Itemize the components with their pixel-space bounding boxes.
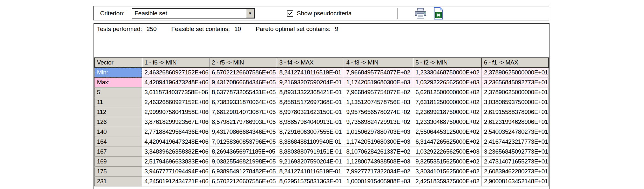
value-cell[interactable]: 8,72916063007555E-01: [277, 127, 344, 137]
value-cell[interactable]: 8,24127418116519E-01: [277, 68, 344, 78]
value-cell[interactable]: 1,17420519680300E+03: [344, 137, 413, 147]
value-cell[interactable]: 1,00001915405988E+03: [344, 177, 413, 186]
value-cell[interactable]: 9,03825546821998E+05: [209, 157, 277, 167]
value-cell[interactable]: 9,43170866684346E+05: [209, 78, 277, 87]
value-cell[interactable]: 8,88038807919151E-01: [277, 147, 344, 157]
value-cell[interactable]: 7,96684957754077E+02: [344, 87, 413, 97]
table-row: 1753,94677771094494E+066,93895491278482E…: [95, 167, 549, 177]
results-panel: Tests performed:250 Feasible set contain…: [93, 23, 550, 189]
value-cell[interactable]: 2,60839462280273E+01: [482, 167, 549, 177]
value-cell[interactable]: 4,24501912434721E+06: [142, 177, 209, 186]
value-cell[interactable]: 2,61915588378906E+01: [482, 107, 549, 117]
value-cell[interactable]: 1,03292226562500E+03: [413, 78, 482, 87]
value-cell[interactable]: 3,03808593750000E+01: [482, 97, 549, 107]
value-cell[interactable]: 2,23699218750000E+02: [413, 107, 482, 117]
value-cell[interactable]: 2,54003524780273E+01: [482, 127, 549, 137]
value-cell[interactable]: 2,61231994628906E+01: [482, 117, 549, 127]
value-cell[interactable]: 8,98857984040913E-01: [277, 117, 344, 127]
row-label-cell[interactable]: 126: [95, 117, 142, 127]
value-cell[interactable]: 3,94677771094494E+06: [142, 167, 209, 177]
value-cell[interactable]: 8,24127418116519E-01: [277, 167, 344, 177]
row-label-cell[interactable]: 11: [95, 97, 142, 107]
value-cell[interactable]: 2,90008163452148E+01: [482, 177, 549, 186]
value-cell[interactable]: 1,13512074578756E+03: [344, 97, 413, 107]
row-label-cell[interactable]: 231: [95, 177, 142, 186]
value-cell[interactable]: 1,23330468750000E+02: [413, 68, 482, 78]
value-cell[interactable]: 7,01258360853796E+05: [209, 137, 277, 147]
value-cell[interactable]: 8,63778732055431E+05: [209, 87, 277, 97]
value-cell[interactable]: 8,57982179766903E+05: [209, 117, 277, 127]
row-label-cell[interactable]: 167: [95, 147, 142, 157]
value-cell[interactable]: 2,41674423217773E+01: [482, 137, 549, 147]
pareto-set-value: 9: [335, 26, 339, 32]
row-label-cell[interactable]: Max:: [95, 78, 142, 87]
value-cell[interactable]: 6,73839331870064E+05: [209, 97, 277, 107]
value-cell[interactable]: 3,34839626358382E+06: [142, 147, 209, 157]
value-cell[interactable]: 7,63181250000000E+02: [413, 97, 482, 107]
print-button[interactable]: [413, 7, 428, 20]
export-excel-button[interactable]: [431, 7, 446, 20]
value-cell[interactable]: 7,96684957754077E+02: [344, 68, 413, 78]
row-label-cell[interactable]: 175: [95, 167, 142, 177]
value-cell[interactable]: 1,12800743938508E+03: [344, 157, 413, 167]
value-cell[interactable]: 1,23330468750000E+02: [413, 117, 482, 127]
value-cell[interactable]: 3,23656845092773E+01: [482, 147, 549, 157]
criterion-column-header[interactable]: 5 - f2 -> MIN: [413, 58, 482, 68]
value-cell[interactable]: 2,46326860927152E+06: [142, 68, 209, 78]
value-cell[interactable]: 3,61187340377358E+06: [142, 87, 209, 97]
value-cell[interactable]: 3,30341015625000E+02: [413, 167, 482, 177]
value-cell[interactable]: 7,68129014073087E+05: [209, 107, 277, 117]
row-label-cell[interactable]: 169: [95, 157, 142, 167]
value-cell[interactable]: 9,43170866684346E+05: [209, 127, 277, 137]
value-cell[interactable]: 7,99277717322034E+02: [344, 167, 413, 177]
value-cell[interactable]: 8,26943656971185E+05: [209, 147, 277, 157]
value-cell[interactable]: 2,46326860927152E+06: [142, 97, 209, 107]
value-cell[interactable]: 2,77188429564436E+06: [142, 127, 209, 137]
value-cell[interactable]: 2,42518359375000E+02: [413, 177, 482, 186]
value-cell[interactable]: 8,89313322368421E-01: [277, 87, 344, 97]
value-cell[interactable]: 6,57022126607586E+05: [209, 177, 277, 186]
value-cell[interactable]: 2,37890625000000E+01: [482, 87, 549, 97]
criterion-column-header[interactable]: 4 - f3 -> MIN: [344, 58, 413, 68]
value-cell[interactable]: 9,95756565780274E+02: [344, 107, 413, 117]
row-label-cell[interactable]: 140: [95, 127, 142, 137]
row-label-cell[interactable]: 112: [95, 107, 142, 117]
value-cell[interactable]: 1,01506297880703E+03: [344, 127, 413, 137]
value-cell[interactable]: 2,47314071655273E+01: [482, 157, 549, 167]
criterion-column-header[interactable]: 2 - f5 -> MIN: [209, 58, 277, 68]
value-cell[interactable]: 6,62812500000000E+02: [413, 87, 482, 97]
value-cell[interactable]: 3,87618299923567E+06: [142, 117, 209, 127]
row-label-cell[interactable]: 164: [95, 137, 142, 147]
show-pseudocriteria-checkbox[interactable]: [287, 10, 293, 17]
value-cell[interactable]: 2,99990758041958E+06: [142, 107, 209, 117]
value-cell[interactable]: 3,23656845092773E+01: [482, 78, 549, 87]
criterion-column-header[interactable]: 1 - f6 -> MIN: [142, 58, 209, 68]
value-cell[interactable]: 2,51794696633833E+06: [142, 157, 209, 167]
row-label-cell[interactable]: Min:: [95, 68, 142, 78]
value-cell[interactable]: 1,17420519680300E+03: [344, 78, 413, 87]
value-cell[interactable]: 8,38684881109940E-01: [277, 137, 344, 147]
value-cell[interactable]: 9,21693207590204E-01: [277, 78, 344, 87]
value-cell[interactable]: 9,32553515625000E+02: [413, 157, 482, 167]
value-cell[interactable]: 2,55064453125000E+02: [413, 127, 482, 137]
row-label-cell[interactable]: 5: [95, 87, 142, 97]
value-cell[interactable]: 1,03292226562500E+03: [413, 147, 482, 157]
value-cell[interactable]: 8,62951575831363E-01: [277, 177, 344, 186]
value-cell[interactable]: 8,85815172697368E-01: [277, 97, 344, 107]
chevron-down-icon[interactable]: ▼: [246, 9, 254, 18]
criterion-column-header[interactable]: 6 - f1 -> MAX: [482, 58, 549, 68]
value-cell[interactable]: 9,21693207590204E-01: [277, 157, 344, 167]
value-cell[interactable]: 4,42094196473248E+06: [142, 137, 209, 147]
value-cell[interactable]: 2,37890625000000E+01: [482, 68, 549, 78]
table-row: 1402,77188429564436E+069,43170866684346E…: [95, 127, 549, 137]
value-cell[interactable]: 9,73589824729913E+02: [344, 117, 413, 127]
criterion-column-header[interactable]: 3 - f4 -> MAX: [277, 58, 344, 68]
value-cell[interactable]: 6,93895491278482E+05: [209, 167, 277, 177]
value-cell[interactable]: 8,10706284261337E+02: [344, 147, 413, 157]
value-cell[interactable]: 8,99780321623150E-01: [277, 107, 344, 117]
criterion-dropdown[interactable]: Feasible set ▼: [132, 8, 255, 19]
value-cell[interactable]: 6,31447265625000E+02: [413, 137, 482, 147]
value-cell[interactable]: 6,57022126607586E+05: [209, 68, 277, 78]
vector-column-header[interactable]: Vector: [95, 58, 142, 68]
value-cell[interactable]: 4,42094196473248E+06: [142, 78, 209, 87]
